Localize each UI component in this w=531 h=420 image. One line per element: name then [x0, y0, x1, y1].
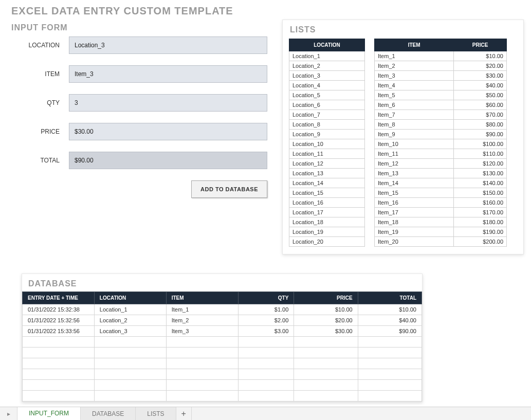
list-item[interactable]: Location_4	[289, 81, 365, 90]
input-price[interactable]: $30.00	[69, 123, 267, 140]
sheet-nav-prev[interactable]: ▸	[0, 407, 17, 420]
list-item[interactable]: Location_10	[289, 139, 365, 149]
list-item[interactable]: Item_17	[375, 208, 454, 217]
label-item: ITEM	[11, 70, 69, 78]
table-cell: $1.00	[238, 304, 294, 315]
table-row[interactable]: 01/31/2022 15:32:56Location_2Item_2$2.00…	[23, 315, 422, 326]
list-item-price[interactable]: $110.00	[454, 149, 507, 159]
sheet-tab-database[interactable]: DATABASE	[81, 407, 136, 420]
list-item-price[interactable]: $170.00	[454, 208, 507, 217]
list-item[interactable]: Location_12	[289, 159, 365, 169]
list-item[interactable]: Location_15	[289, 188, 365, 198]
add-sheet-button[interactable]: +	[176, 407, 192, 420]
list-item[interactable]: Item_7	[375, 110, 454, 120]
table-cell	[166, 358, 238, 369]
table-row[interactable]: 01/31/2022 15:33:56Location_3Item_3$3.00…	[23, 326, 422, 337]
sheet-tab-lists[interactable]: LISTS	[136, 407, 176, 420]
list-item[interactable]: Location_13	[289, 169, 365, 178]
list-item[interactable]: Item_9	[375, 130, 454, 139]
list-item[interactable]: Location_18	[289, 217, 365, 227]
table-row[interactable]	[23, 391, 422, 401]
list-item[interactable]: Item_11	[375, 149, 454, 159]
input-qty[interactable]: 3	[69, 94, 267, 112]
table-row[interactable]	[23, 348, 422, 358]
list-item[interactable]: Item_18	[375, 217, 454, 227]
list-item[interactable]: Location_20	[289, 237, 365, 247]
list-item[interactable]: Item_20	[375, 237, 454, 247]
list-item-price[interactable]: $70.00	[454, 110, 507, 120]
table-cell: $10.00	[294, 304, 358, 315]
list-item-price[interactable]: $140.00	[454, 178, 507, 188]
list-item-price[interactable]: $120.00	[454, 159, 507, 169]
list-item-price[interactable]: $100.00	[454, 139, 507, 149]
table-row[interactable]	[23, 369, 422, 380]
table-cell	[238, 369, 294, 380]
table-row[interactable]	[23, 380, 422, 391]
list-item[interactable]: Item_10	[375, 139, 454, 149]
location-list-table: LOCATION Location_1Location_2Location_3L…	[289, 39, 365, 247]
list-item[interactable]: Item_2	[375, 61, 454, 71]
input-item[interactable]: Item_3	[69, 65, 267, 83]
list-item-price[interactable]: $200.00	[454, 237, 507, 247]
table-cell	[358, 358, 422, 369]
list-item[interactable]: Item_6	[375, 100, 454, 110]
input-form: LOCATION Location_3 ITEM Item_3 QTY 3 PR…	[0, 36, 267, 198]
list-item-price[interactable]: $60.00	[454, 100, 507, 110]
table-cell	[23, 358, 95, 369]
list-item[interactable]: Item_12	[375, 159, 454, 169]
list-item[interactable]: Location_3	[289, 71, 365, 81]
list-item-price[interactable]: $180.00	[454, 217, 507, 227]
list-item[interactable]: Location_9	[289, 130, 365, 139]
list-item[interactable]: Item_15	[375, 188, 454, 198]
list-item-price[interactable]: $130.00	[454, 169, 507, 178]
list-item[interactable]: Item_8	[375, 120, 454, 130]
db-header-total: TOTAL	[358, 292, 422, 304]
list-item[interactable]: Location_8	[289, 120, 365, 130]
list-item-price[interactable]: $10.00	[454, 51, 507, 61]
list-item[interactable]: Item_16	[375, 198, 454, 208]
list-item-price[interactable]: $90.00	[454, 130, 507, 139]
list-item[interactable]: Location_7	[289, 110, 365, 120]
list-item[interactable]: Location_6	[289, 100, 365, 110]
lists-title: LISTS	[289, 20, 517, 39]
list-item-price[interactable]: $80.00	[454, 120, 507, 130]
list-item[interactable]: Item_5	[375, 90, 454, 100]
list-item[interactable]: Location_1	[289, 51, 365, 61]
list-item[interactable]: Location_5	[289, 90, 365, 100]
list-item[interactable]: Item_19	[375, 227, 454, 237]
db-header-qty: QTY	[238, 292, 294, 304]
sheet-tab-input_form[interactable]: INPUT_FORM	[17, 407, 81, 420]
list-item[interactable]: Item_14	[375, 178, 454, 188]
list-item[interactable]: Item_4	[375, 81, 454, 90]
list-item-price[interactable]: $190.00	[454, 227, 507, 237]
list-item[interactable]: Location_14	[289, 178, 365, 188]
list-item[interactable]: Item_1	[375, 51, 454, 61]
label-qty: QTY	[11, 99, 69, 106]
list-item[interactable]: Location_11	[289, 149, 365, 159]
table-cell	[94, 380, 166, 391]
table-cell	[238, 358, 294, 369]
input-location[interactable]: Location_3	[69, 36, 267, 54]
table-cell	[94, 391, 166, 401]
list-item[interactable]: Location_2	[289, 61, 365, 71]
table-row[interactable]: 01/31/2022 15:32:38Location_1Item_1$1.00…	[23, 304, 422, 315]
list-item-price[interactable]: $40.00	[454, 81, 507, 90]
list-item[interactable]: Item_3	[375, 71, 454, 81]
list-item-price[interactable]: $150.00	[454, 188, 507, 198]
list-item[interactable]: Location_19	[289, 227, 365, 237]
table-cell	[294, 337, 358, 348]
table-cell	[294, 391, 358, 401]
add-to-database-button[interactable]: ADD TO DATABASE	[191, 180, 267, 198]
list-item-price[interactable]: $50.00	[454, 90, 507, 100]
list-item-price[interactable]: $20.00	[454, 61, 507, 71]
input-total: $90.00	[69, 152, 267, 169]
table-row[interactable]	[23, 337, 422, 348]
list-item-price[interactable]: $30.00	[454, 71, 507, 81]
table-cell	[23, 337, 95, 348]
table-cell	[94, 348, 166, 358]
list-item[interactable]: Location_16	[289, 198, 365, 208]
list-item-price[interactable]: $160.00	[454, 198, 507, 208]
table-row[interactable]	[23, 358, 422, 369]
list-item[interactable]: Item_13	[375, 169, 454, 178]
list-item[interactable]: Location_17	[289, 208, 365, 217]
